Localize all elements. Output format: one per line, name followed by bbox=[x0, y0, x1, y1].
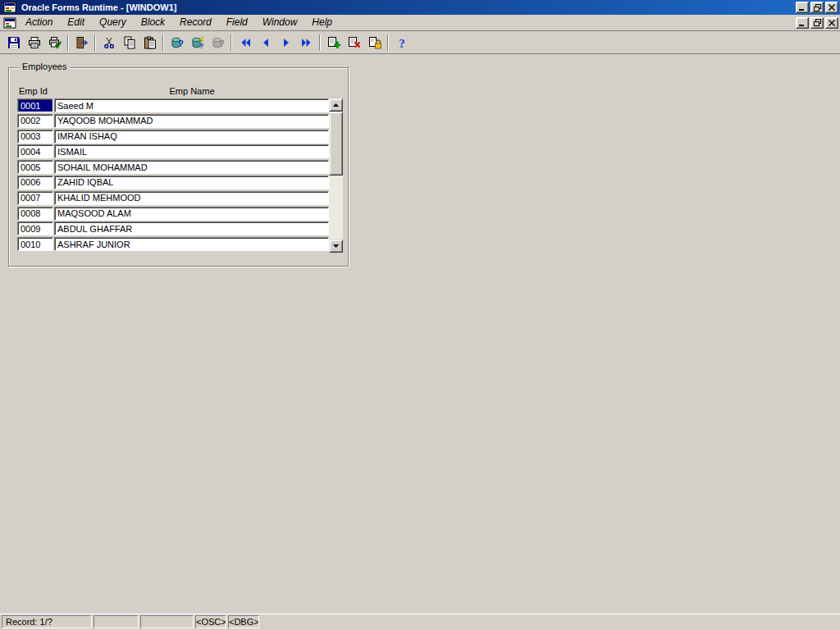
scrollbar-track[interactable] bbox=[329, 112, 343, 240]
minimize-button[interactable] bbox=[796, 2, 809, 13]
toolbar-separator bbox=[231, 34, 232, 51]
copy-button[interactable] bbox=[119, 33, 139, 52]
child-close-button[interactable] bbox=[825, 17, 838, 29]
next-record-button[interactable] bbox=[276, 33, 296, 52]
previous-block-button[interactable] bbox=[235, 33, 255, 52]
close-button[interactable] bbox=[825, 2, 838, 13]
emp-id-field[interactable] bbox=[17, 237, 53, 251]
status-record-indicator: Record: 1/? bbox=[2, 615, 92, 628]
window-title: Oracle Forms Runtime - [WINDOW1] bbox=[21, 2, 794, 12]
insert-record-button[interactable] bbox=[323, 33, 344, 52]
menu-record[interactable]: Record bbox=[172, 15, 219, 30]
help-button[interactable]: ? bbox=[391, 33, 412, 52]
previous-record-button[interactable] bbox=[255, 33, 276, 52]
next-block-button[interactable] bbox=[296, 33, 317, 52]
paste-icon bbox=[144, 36, 157, 49]
employees-scrollbar[interactable] bbox=[329, 98, 343, 253]
menu-query[interactable]: Query bbox=[92, 15, 134, 30]
restore-icon bbox=[814, 4, 821, 11]
emp-id-field[interactable] bbox=[17, 130, 53, 144]
left-arrow-icon bbox=[259, 36, 272, 49]
employee-row bbox=[17, 191, 329, 205]
svg-text:?: ? bbox=[178, 39, 184, 48]
emp-name-column-header: Emp Name bbox=[55, 86, 329, 96]
emp-name-field[interactable] bbox=[54, 191, 329, 205]
paste-button[interactable] bbox=[139, 33, 160, 52]
emp-id-field[interactable] bbox=[17, 98, 53, 112]
emp-id-field[interactable] bbox=[17, 176, 53, 189]
menu-edit[interactable]: Edit bbox=[60, 15, 92, 30]
toolbar-separator bbox=[162, 34, 164, 51]
menu-block[interactable]: Block bbox=[134, 15, 172, 30]
close-icon bbox=[829, 4, 835, 11]
emp-name-field[interactable] bbox=[54, 160, 329, 174]
scroll-up-button[interactable] bbox=[329, 98, 343, 112]
employees-groupbox: Employees Emp Id Emp Name bbox=[8, 67, 349, 267]
emp-name-field[interactable] bbox=[54, 221, 329, 235]
emp-name-field[interactable] bbox=[54, 98, 329, 112]
scissors-icon bbox=[103, 36, 116, 49]
form-canvas: Employees Emp Id Emp Name bbox=[0, 54, 840, 614]
help-icon: ? bbox=[395, 36, 409, 49]
print-setup-button[interactable] bbox=[44, 33, 65, 52]
oracle-forms-window: Oracle Forms Runtime - [WINDOW1] Action … bbox=[0, 0, 840, 630]
toolbar-separator bbox=[319, 34, 321, 51]
emp-id-field[interactable] bbox=[17, 114, 53, 128]
cut-button[interactable] bbox=[98, 33, 119, 52]
copy-icon bbox=[123, 36, 136, 49]
emp-name-field[interactable] bbox=[54, 130, 329, 144]
insert-record-icon bbox=[327, 36, 340, 49]
restore-button[interactable] bbox=[810, 2, 824, 13]
remove-record-button[interactable] bbox=[344, 33, 364, 52]
enter-query-button[interactable]: ? bbox=[167, 33, 187, 52]
titlebar: Oracle Forms Runtime - [WINDOW1] bbox=[0, 0, 840, 15]
toolbar-separator bbox=[387, 34, 389, 51]
emp-id-field[interactable] bbox=[17, 191, 53, 205]
child-window-icon[interactable] bbox=[3, 16, 16, 30]
enter-query-icon: ? bbox=[171, 36, 184, 49]
double-right-arrow-icon bbox=[300, 36, 313, 49]
employee-row bbox=[17, 130, 329, 144]
employee-row bbox=[17, 98, 329, 112]
emp-id-field[interactable] bbox=[17, 207, 53, 221]
menu-window[interactable]: Window bbox=[255, 15, 305, 30]
double-left-arrow-icon bbox=[239, 36, 252, 49]
employee-row bbox=[17, 221, 329, 235]
execute-query-button[interactable]: ? bbox=[187, 33, 208, 52]
employee-row bbox=[17, 144, 329, 158]
emp-name-field[interactable] bbox=[54, 207, 329, 221]
remove-record-icon bbox=[348, 36, 361, 49]
emp-name-field[interactable] bbox=[54, 176, 329, 189]
save-button[interactable] bbox=[3, 33, 24, 52]
employee-row bbox=[17, 114, 329, 128]
down-arrow-icon bbox=[333, 244, 339, 248]
minimize-icon bbox=[799, 4, 806, 11]
app-icon[interactable] bbox=[3, 1, 16, 14]
status-cell-2 bbox=[94, 615, 139, 628]
toolbar-separator bbox=[94, 34, 96, 51]
emp-name-field[interactable] bbox=[54, 237, 329, 251]
print-setup-icon bbox=[48, 36, 62, 49]
scroll-down-button[interactable] bbox=[329, 240, 343, 253]
menu-bar: Action Edit Query Block Record Field Win… bbox=[0, 15, 840, 31]
cancel-query-button[interactable]: ? bbox=[208, 33, 228, 52]
menu-field[interactable]: Field bbox=[219, 15, 255, 30]
up-arrow-icon bbox=[333, 103, 339, 107]
child-restore-button[interactable] bbox=[810, 17, 824, 29]
menu-help[interactable]: Help bbox=[304, 15, 340, 30]
scrollbar-thumb[interactable] bbox=[329, 112, 343, 176]
lock-record-button[interactable] bbox=[364, 33, 385, 52]
employee-row bbox=[17, 160, 329, 174]
emp-id-field[interactable] bbox=[17, 160, 53, 174]
exit-door-icon bbox=[75, 36, 89, 49]
emp-name-field[interactable] bbox=[54, 144, 329, 158]
emp-id-field[interactable] bbox=[17, 144, 53, 158]
print-button[interactable] bbox=[24, 33, 44, 52]
toolbar: ? ? ? ? bbox=[0, 31, 840, 54]
child-minimize-button[interactable] bbox=[796, 17, 809, 29]
menu-action[interactable]: Action bbox=[18, 15, 60, 30]
cancel-query-icon: ? bbox=[212, 36, 225, 49]
exit-button[interactable] bbox=[71, 33, 92, 52]
emp-id-field[interactable] bbox=[17, 221, 53, 235]
emp-name-field[interactable] bbox=[54, 114, 329, 128]
